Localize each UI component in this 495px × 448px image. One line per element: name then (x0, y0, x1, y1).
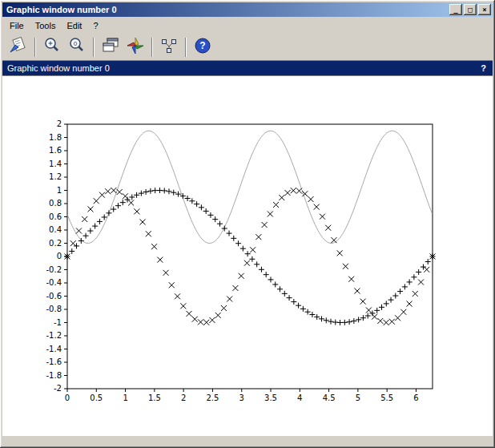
svg-text:0.2: 0.2 (49, 239, 62, 248)
svg-text:1: 1 (123, 394, 127, 402)
close-button[interactable]: × (478, 4, 491, 15)
svg-text:-1: -1 (54, 318, 62, 327)
svg-text:-1.8: -1.8 (46, 371, 62, 380)
svg-text:0: 0 (57, 252, 62, 260)
svg-text:1: 1 (57, 186, 62, 195)
unzoom-icon: 0 (67, 36, 87, 58)
svg-text:5: 5 (356, 394, 360, 402)
svg-text:-1.2: -1.2 (46, 331, 62, 340)
maximize-button[interactable]: □ (464, 4, 477, 15)
zoom-in-icon (42, 36, 62, 58)
export-icon (9, 36, 28, 58)
menu-bar: File Tools Edit ? (2, 17, 493, 34)
toolbar-separator (185, 38, 187, 57)
rotate-3d-icon (126, 36, 145, 58)
svg-text:4.5: 4.5 (323, 394, 336, 402)
svg-text:2: 2 (181, 394, 186, 402)
svg-text:-1.4: -1.4 (46, 345, 62, 353)
minimize-button[interactable]: _ (449, 4, 462, 15)
graphics-editor-button[interactable] (158, 36, 180, 59)
help-icon: ? (193, 36, 212, 58)
svg-text:-1.6: -1.6 (46, 357, 62, 366)
svg-text:4: 4 (297, 394, 302, 402)
help-button[interactable]: ? (191, 36, 214, 59)
menu-edit[interactable]: Edit (61, 18, 87, 33)
svg-text:-2: -2 (54, 384, 62, 393)
figure-windows-button[interactable] (99, 36, 122, 59)
cascade-windows-icon (101, 36, 120, 58)
figure-info-bar: Graphic window number 0 ? (2, 61, 493, 75)
window-title: Graphic window number 0 (6, 5, 448, 14)
svg-text:2: 2 (57, 119, 62, 128)
svg-text:0: 0 (65, 394, 70, 402)
unzoom-button[interactable]: 0 (66, 36, 88, 59)
svg-text:0.6: 0.6 (49, 212, 62, 221)
rotate-3d-button[interactable] (124, 36, 147, 59)
info-help-icon[interactable]: ? (481, 63, 486, 73)
toolbar-separator (151, 38, 153, 57)
svg-text:-0.2: -0.2 (46, 265, 62, 274)
ged-nodes-icon (159, 36, 179, 58)
toolbar-separator (34, 38, 36, 57)
svg-text:3: 3 (239, 394, 244, 402)
svg-text:1.4: 1.4 (49, 159, 62, 168)
status-bar (2, 435, 493, 446)
svg-text:0.4: 0.4 (49, 225, 62, 234)
svg-text:5.5: 5.5 (380, 394, 393, 402)
toolbar: 0 (2, 34, 493, 61)
svg-text:2.5: 2.5 (206, 394, 219, 402)
svg-text:0.5: 0.5 (90, 394, 103, 402)
svg-text:-0.6: -0.6 (46, 292, 62, 301)
menu-file[interactable]: File (4, 18, 30, 33)
svg-text:1.5: 1.5 (148, 394, 161, 402)
titlebar: Graphic window number 0 _ □ × (2, 2, 493, 17)
figure-info-title: Graphic window number 0 (7, 63, 110, 73)
plot-canvas[interactable]: 21.81.61.41.210.80.60.40.20-0.2-0.4-0.6-… (2, 75, 493, 435)
svg-text:1.2: 1.2 (49, 172, 62, 181)
menu-tools[interactable]: Tools (30, 18, 62, 33)
svg-text:?: ? (199, 40, 205, 51)
svg-text:1.6: 1.6 (49, 146, 62, 155)
svg-text:-0.4: -0.4 (46, 278, 62, 287)
svg-text:3.5: 3.5 (264, 394, 277, 402)
graphic-window: Graphic window number 0 _ □ × File Tools… (0, 0, 495, 448)
plot-svg: 21.81.61.41.210.80.60.40.20-0.2-0.4-0.6-… (2, 76, 493, 435)
svg-text:0: 0 (74, 40, 78, 47)
svg-text:0.8: 0.8 (49, 199, 62, 208)
toolbar-separator (93, 38, 95, 57)
zoom-area-button[interactable] (41, 36, 63, 59)
svg-text:6: 6 (413, 394, 418, 402)
svg-text:-0.8: -0.8 (46, 305, 62, 313)
menu-help[interactable]: ? (87, 18, 103, 33)
export-figure-button[interactable] (7, 36, 30, 59)
svg-text:1.8: 1.8 (49, 133, 62, 142)
